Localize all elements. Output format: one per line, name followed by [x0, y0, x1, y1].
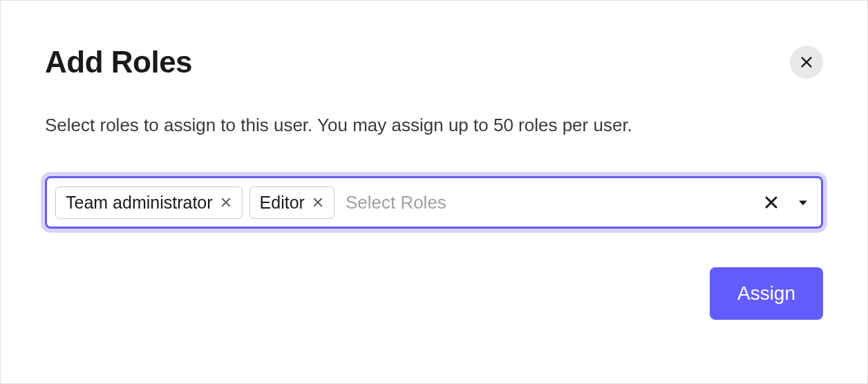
role-chip: Team administrator — [55, 186, 243, 219]
dialog-actions: Assign — [45, 267, 823, 320]
roles-multiselect[interactable]: Team administrator Editor — [45, 176, 823, 229]
select-controls — [763, 194, 810, 211]
chevron-down-icon — [796, 195, 810, 209]
add-roles-dialog: Add Roles Select roles to assign to this… — [0, 0, 868, 384]
close-icon — [220, 196, 232, 209]
close-button[interactable] — [790, 46, 823, 79]
role-chip-label: Editor — [260, 193, 305, 213]
close-icon — [799, 55, 814, 70]
role-chip: Editor — [249, 186, 334, 219]
roles-search-input[interactable] — [341, 192, 756, 213]
dialog-header: Add Roles — [45, 45, 823, 79]
remove-role-button[interactable] — [220, 196, 232, 209]
role-chip-label: Team administrator — [66, 193, 213, 213]
close-icon — [763, 194, 780, 211]
close-icon — [312, 196, 324, 209]
dropdown-toggle-button[interactable] — [796, 195, 810, 209]
dialog-title: Add Roles — [45, 45, 192, 79]
clear-all-button[interactable] — [763, 194, 780, 211]
remove-role-button[interactable] — [312, 196, 324, 209]
dialog-description: Select roles to assign to this user. You… — [45, 113, 823, 137]
assign-button[interactable]: Assign — [710, 267, 823, 320]
